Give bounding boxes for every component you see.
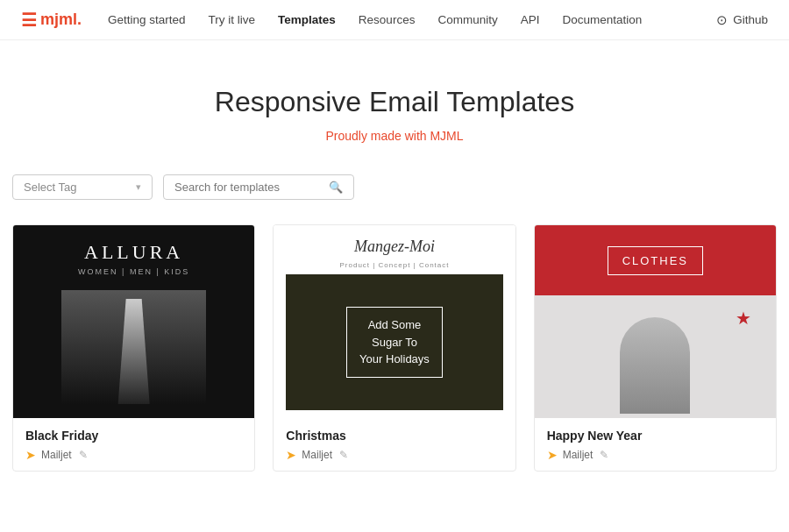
template-name-christmas: Christmas: [286, 429, 502, 443]
mailjet-icon-christmas: ➤: [286, 448, 296, 462]
filters-bar: Select Tag ▾ 🔍: [0, 174, 789, 224]
template-author-christmas: Mailjet: [302, 449, 332, 461]
nav-documentation[interactable]: Documentation: [560, 13, 643, 26]
chevron-down-icon: ▾: [136, 181, 141, 193]
template-thumb-christmas: Mangez-Moi Product | Concept | Contact A…: [274, 225, 515, 418]
search-box[interactable]: 🔍: [163, 174, 354, 200]
template-thumb-new-year: Clothes ★: [535, 225, 776, 418]
bf-figure: [61, 290, 206, 404]
search-icon: 🔍: [329, 181, 343, 194]
nav-getting-started[interactable]: Getting started: [106, 13, 188, 26]
template-thumb-black-friday: ALLURA WOMEN | MEN | KIDS: [13, 225, 254, 418]
ny-star-icon: ★: [736, 308, 751, 329]
template-name-black-friday: Black Friday: [25, 429, 242, 443]
nav-community[interactable]: Community: [436, 13, 499, 26]
xmas-text-box: Add SomeSugar ToYour Holidays: [346, 307, 443, 378]
template-card-christmas[interactable]: Mangez-Moi Product | Concept | Contact A…: [273, 224, 515, 472]
template-meta-new-year: ➤ Mailjet ✎: [547, 448, 764, 462]
template-info-christmas: Christmas ➤ Mailjet ✎: [274, 418, 515, 471]
nav-api[interactable]: API: [519, 13, 542, 26]
xmas-nav: Product | Concept | Contact: [340, 261, 450, 269]
xmas-image-area: Add SomeSugar ToYour Holidays: [286, 274, 503, 410]
ny-photo-area: ★: [535, 295, 776, 418]
nav-templates[interactable]: Templates: [276, 13, 338, 26]
logo-text: mjml.: [40, 11, 82, 29]
nav-links: Getting started Try it live Templates Re…: [106, 13, 716, 26]
logo-icon: ☰: [21, 10, 37, 31]
navbar: ☰ mjml. Getting started Try it live Temp…: [0, 0, 789, 40]
edit-icon-christmas[interactable]: ✎: [339, 449, 348, 461]
bf-nav-text: WOMEN | MEN | KIDS: [78, 267, 189, 276]
mailjet-icon: ➤: [25, 448, 36, 462]
edit-icon-new-year[interactable]: ✎: [600, 449, 608, 461]
template-meta-black-friday: ➤ Mailjet ✎: [25, 448, 242, 462]
github-label: Github: [733, 13, 768, 26]
mailjet-icon-new-year: ➤: [547, 448, 558, 462]
template-card-black-friday[interactable]: ALLURA WOMEN | MEN | KIDS Black Friday ➤…: [12, 224, 255, 472]
github-link[interactable]: ⊙ Github: [716, 12, 768, 28]
search-input[interactable]: [174, 181, 322, 194]
template-card-new-year[interactable]: Clothes ★ Happy New Year ➤ Mailjet ✎: [534, 224, 777, 472]
hero-section: Responsive Email Templates Proudly made …: [0, 40, 789, 174]
logo[interactable]: ☰ mjml.: [21, 10, 82, 31]
bf-figure-shadow: [108, 299, 160, 404]
hero-title: Responsive Email Templates: [18, 86, 771, 118]
template-author-new-year: Mailjet: [563, 449, 594, 461]
ny-clothes-label: Clothes: [608, 246, 703, 275]
template-grid: ALLURA WOMEN | MEN | KIDS Black Friday ➤…: [0, 224, 789, 507]
tag-select-label: Select Tag: [24, 181, 76, 194]
nav-resources[interactable]: Resources: [357, 13, 417, 26]
template-info-black-friday: Black Friday ➤ Mailjet ✎: [13, 418, 254, 471]
ny-red-header: Clothes: [535, 225, 776, 295]
hero-subtitle: Proudly made with MJML: [18, 129, 771, 143]
template-name-new-year: Happy New Year: [547, 429, 764, 443]
bf-logo-text: ALLURA: [84, 241, 183, 264]
ny-person-figure: [620, 317, 690, 414]
edit-icon-black-friday[interactable]: ✎: [79, 449, 88, 461]
tag-select[interactable]: Select Tag ▾: [12, 174, 153, 200]
nav-try-it-live[interactable]: Try it live: [207, 13, 258, 26]
template-author-black-friday: Mailjet: [41, 449, 72, 461]
template-info-new-year: Happy New Year ➤ Mailjet ✎: [535, 418, 776, 471]
xmas-logo: Mangez-Moi: [354, 238, 435, 256]
github-icon: ⊙: [716, 12, 728, 28]
template-meta-christmas: ➤ Mailjet ✎: [286, 448, 502, 462]
